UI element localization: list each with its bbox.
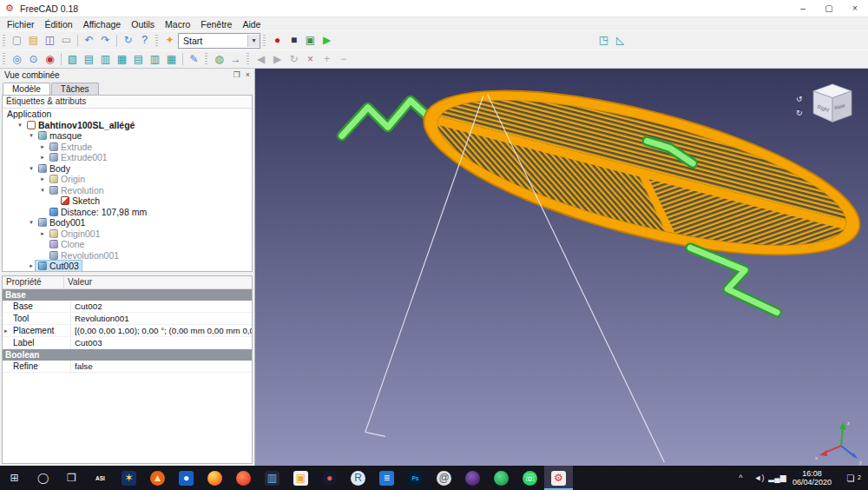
expander-icon[interactable]: ▸: [27, 262, 36, 269]
expander-icon[interactable]: ▾: [27, 165, 36, 172]
menu-dition[interactable]: Édition: [40, 19, 78, 30]
menu-macro[interactable]: Macro: [160, 19, 195, 30]
measure-distance-icon[interactable]: ◺: [612, 33, 628, 48]
tab-mod-le[interactable]: Modèle: [3, 83, 50, 95]
maximize-button[interactable]: ▢: [816, 0, 842, 17]
taskbar-app-planetarium[interactable]: ●: [315, 466, 344, 490]
taskbar-app-purple[interactable]: [458, 466, 487, 490]
close-panel-button[interactable]: ×: [246, 70, 250, 79]
tree-item-body001[interactable]: ▾Body001: [3, 217, 252, 228]
taskbar-app-red-browser[interactable]: [229, 466, 258, 490]
taskbar-app-photoshop[interactable]: Ps: [401, 466, 430, 490]
nav-style-icon[interactable]: →: [227, 52, 244, 67]
property-tool[interactable]: ToolRevolution001: [3, 313, 252, 325]
view-right-icon[interactable]: ▦: [114, 52, 130, 67]
minimize-button[interactable]: –: [790, 0, 816, 17]
macro-record-icon[interactable]: ●: [269, 33, 286, 48]
view-rear-icon[interactable]: ▤: [130, 52, 147, 67]
open-website-icon[interactable]: ◍: [211, 52, 227, 67]
taskbar-app-photos[interactable]: ▣: [286, 466, 315, 490]
view-left-icon[interactable]: ▦: [163, 52, 180, 67]
taskbar-app-flame[interactable]: ▲: [143, 466, 172, 490]
tree-item-revolution001[interactable]: Revolution001: [3, 250, 252, 262]
new-document-icon[interactable]: ▢: [9, 33, 25, 48]
taskbar-app-whatsapp[interactable]: ☏: [516, 466, 544, 490]
expander-icon[interactable]: ▾: [38, 187, 47, 194]
action-center-button[interactable]: ❏ 2: [838, 473, 864, 483]
taskbar-clock[interactable]: 16:08 06/04/2020: [786, 469, 838, 487]
fit-selection-icon[interactable]: ⊙: [25, 52, 42, 67]
taskbar-start[interactable]: ⊞: [0, 466, 29, 490]
redo-icon[interactable]: ↷: [97, 33, 114, 48]
tree-item-origin001[interactable]: ▸Origin001: [3, 228, 252, 240]
taskbar-app-observatory[interactable]: ✶: [115, 466, 143, 490]
browser-refresh-icon[interactable]: ↻: [286, 52, 302, 67]
zoom-in-icon[interactable]: +: [319, 52, 335, 67]
property-label[interactable]: LabelCut003: [3, 337, 252, 349]
tree-item-extrude001[interactable]: ▸Extrude001: [3, 152, 252, 163]
workbench-icon-icon[interactable]: ✦: [161, 33, 178, 48]
tree-item-extrude[interactable]: ▸Extrude: [3, 142, 252, 153]
taskbar-app-green[interactable]: [487, 466, 516, 490]
taskbar-app-email[interactable]: @: [430, 466, 458, 490]
zoom-out-icon[interactable]: −: [335, 52, 352, 67]
tree-item-application[interactable]: Application: [3, 109, 252, 120]
tree-item-masque[interactable]: ▾masque: [3, 130, 252, 142]
tree-item-cut003[interactable]: ▸Cut003: [3, 261, 252, 272]
volume-icon[interactable]: ◄): [750, 473, 768, 482]
taskbar-cortana[interactable]: ◯: [29, 466, 57, 490]
print-icon[interactable]: ▭: [58, 33, 75, 48]
view-bottom-icon[interactable]: ▥: [147, 52, 163, 67]
expander-icon[interactable]: ▸: [38, 175, 47, 182]
save-document-icon[interactable]: ◫: [42, 33, 58, 48]
menu-outils[interactable]: Outils: [126, 19, 160, 30]
undo-icon[interactable]: ↶: [81, 33, 97, 48]
hidden-icons-icon[interactable]: ^: [732, 473, 750, 482]
view-isometric-icon[interactable]: ▧: [64, 52, 81, 67]
macro-play-icon[interactable]: ▶: [319, 33, 335, 48]
expander-icon[interactable]: ▸: [38, 143, 47, 150]
macro-debug-icon[interactable]: ▣: [302, 33, 319, 48]
taskbar-app-asi[interactable]: ASI: [86, 466, 115, 490]
orbit-left-icon[interactable]: ↺: [796, 95, 803, 103]
browser-forward-icon[interactable]: ▶: [269, 52, 286, 67]
tree-item-sketch[interactable]: Sketch: [3, 195, 252, 207]
tree-item-clone[interactable]: Clone: [3, 239, 252, 250]
property-base[interactable]: BaseCut002: [3, 301, 252, 313]
menu-affichage[interactable]: Affichage: [78, 19, 127, 30]
taskbar-app-firefox[interactable]: [201, 466, 229, 490]
expander-icon[interactable]: ▾: [27, 132, 36, 139]
taskbar-task-view[interactable]: ❐: [57, 466, 86, 490]
taskbar-app-document-blue[interactable]: ≡: [372, 466, 401, 490]
clipping-plane-icon[interactable]: ◳: [595, 33, 612, 48]
tree-item-bahtinov100sl-all-g[interactable]: ▾Bahtinov100SL_allégé: [3, 120, 252, 131]
expander-icon[interactable]: ▾: [16, 122, 24, 129]
expander-icon[interactable]: ▸: [38, 230, 47, 237]
view-front-icon[interactable]: ▤: [81, 52, 97, 67]
tab-t-ches[interactable]: Tâches: [51, 83, 99, 95]
network-icon[interactable]: ▂▄▆: [768, 473, 786, 482]
tree-item-origin[interactable]: ▸Origin: [3, 174, 252, 185]
macro-stop-icon[interactable]: ■: [286, 33, 302, 48]
draw-style-icon[interactable]: ◉: [42, 52, 58, 67]
workbench-selector[interactable]: Start▾: [178, 33, 260, 49]
menu-fichier[interactable]: Fichier: [2, 19, 40, 30]
taskbar-app-files[interactable]: ▥: [258, 466, 286, 490]
browser-back-icon[interactable]: ◀: [253, 52, 269, 67]
menu-aide[interactable]: Aide: [237, 19, 266, 30]
refresh-icon[interactable]: ↻: [120, 33, 136, 48]
tree-item-distance-107-98-mm[interactable]: Distance: 107,98 mm: [3, 207, 252, 218]
taskbar-app-lock[interactable]: ●: [172, 466, 201, 490]
tree-item-body[interactable]: ▾Body: [3, 163, 252, 175]
fit-all-icon[interactable]: ◎: [9, 52, 25, 67]
float-panel-button[interactable]: ❐: [233, 70, 240, 79]
close-button[interactable]: ×: [842, 0, 868, 17]
edit-mode-icon[interactable]: ✎: [186, 52, 202, 67]
whats-this-icon[interactable]: ?: [136, 33, 153, 48]
menu-fen-tre[interactable]: Fenêtre: [195, 19, 237, 30]
expander-icon[interactable]: ▾: [27, 219, 36, 226]
3d-viewport[interactable]: ↺ ↻ Right Rear x y: [255, 69, 868, 466]
browser-stop-icon[interactable]: ×: [302, 52, 319, 67]
expander-icon[interactable]: ▸: [4, 325, 8, 336]
orbit-down-icon[interactable]: ↻: [796, 109, 803, 117]
